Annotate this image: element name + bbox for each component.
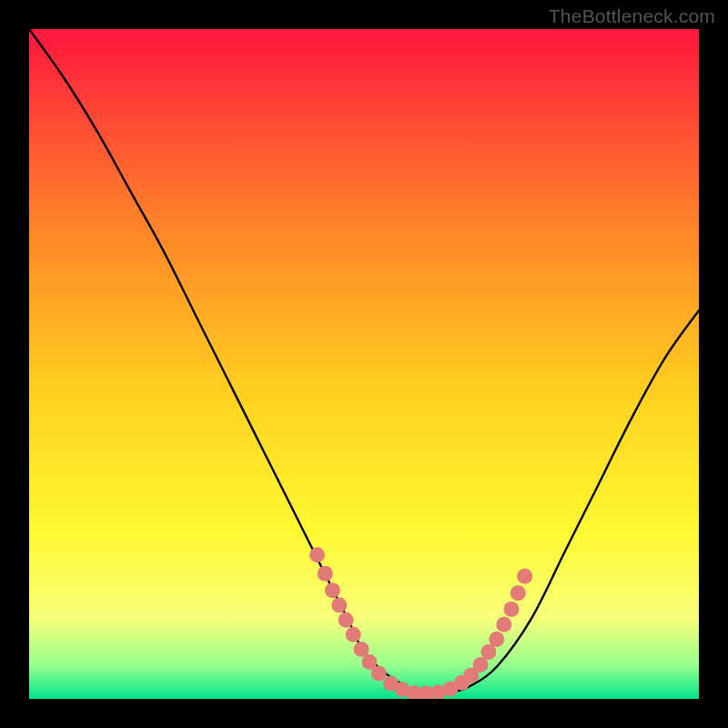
curve-dot [339,612,354,628]
curve-dot [489,632,504,647]
curve-dot [517,569,532,584]
curve-dot [325,582,340,598]
gradient-background [29,29,699,699]
curve-dot [354,642,369,657]
watermark-label: TheBottleneck.com [549,5,715,27]
chart-stage: TheBottleneck.com [0,0,728,728]
curve-dot [503,602,519,617]
curve-dot [473,657,489,672]
curve-dot [480,644,496,660]
curve-dot [371,666,387,682]
curve-dot [331,597,347,612]
curve-dot [318,566,333,581]
curve-dot [346,627,361,642]
plot-area [29,29,699,699]
curve-dot [496,617,511,632]
curve-dot [309,547,325,562]
bottleneck-chart [29,29,699,699]
curve-dot [511,585,526,601]
